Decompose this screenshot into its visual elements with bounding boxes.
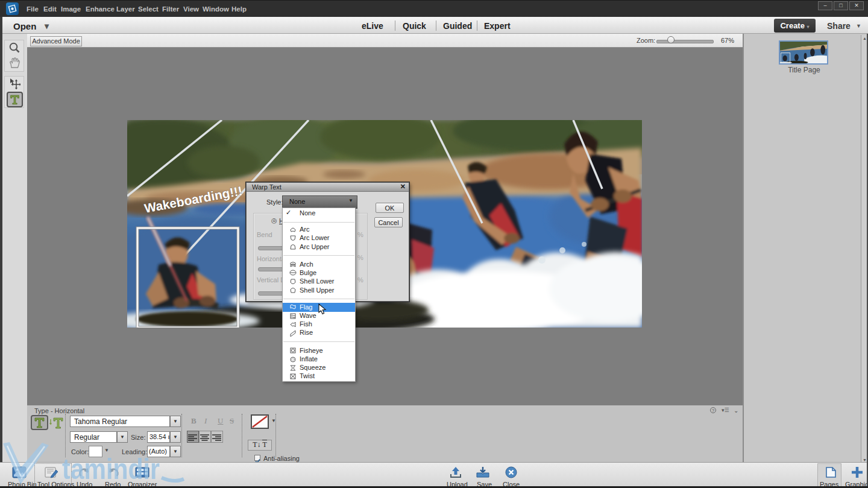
svg-text:tamindir: tamindir — [62, 452, 160, 485]
